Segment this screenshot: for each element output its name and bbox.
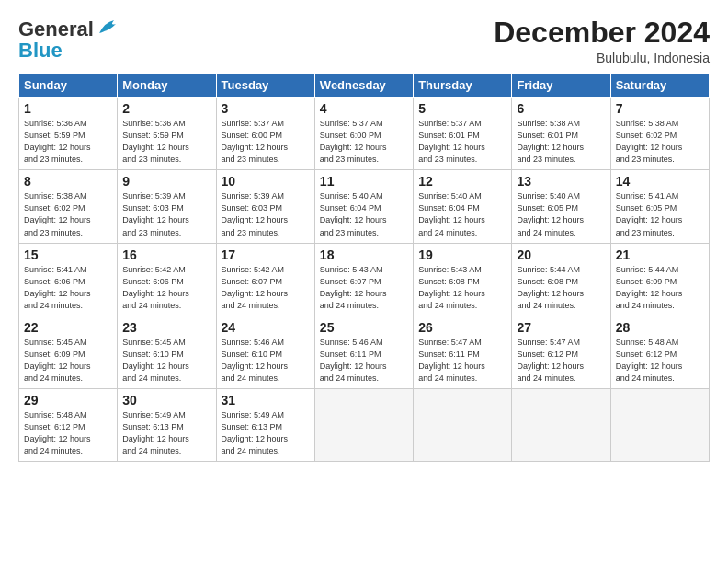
table-row: 6Sunrise: 5:38 AM Sunset: 6:01 PM Daylig… xyxy=(512,98,610,170)
day-number: 21 xyxy=(616,247,704,262)
title-area: December 2024 Bulubulu, Indonesia xyxy=(494,17,710,65)
col-friday: Friday xyxy=(512,74,610,98)
day-number: 26 xyxy=(418,320,506,335)
table-row: 3Sunrise: 5:37 AM Sunset: 6:00 PM Daylig… xyxy=(216,98,314,170)
day-number: 24 xyxy=(222,320,310,335)
day-number: 14 xyxy=(616,174,704,189)
calendar-week-5: 29Sunrise: 5:48 AM Sunset: 6:12 PM Dayli… xyxy=(19,388,710,461)
table-row: 7Sunrise: 5:38 AM Sunset: 6:02 PM Daylig… xyxy=(610,98,709,170)
table-row: 4Sunrise: 5:37 AM Sunset: 6:00 PM Daylig… xyxy=(314,98,413,170)
table-row: 26Sunrise: 5:47 AM Sunset: 6:11 PM Dayli… xyxy=(414,316,512,388)
day-info: Sunrise: 5:48 AM Sunset: 6:12 PM Dayligh… xyxy=(24,409,112,457)
calendar-table: Sunday Monday Tuesday Wednesday Thursday… xyxy=(18,73,710,462)
day-info: Sunrise: 5:46 AM Sunset: 6:10 PM Dayligh… xyxy=(222,337,310,385)
day-number: 9 xyxy=(122,174,210,189)
day-info: Sunrise: 5:42 AM Sunset: 6:07 PM Dayligh… xyxy=(222,264,310,312)
day-info: Sunrise: 5:45 AM Sunset: 6:10 PM Dayligh… xyxy=(122,337,210,385)
logo-bird-icon xyxy=(96,17,121,42)
page: General Blue December 2024 Bulubulu, Ind… xyxy=(0,0,728,563)
day-number: 10 xyxy=(222,174,310,189)
table-row: 9Sunrise: 5:39 AM Sunset: 6:03 PM Daylig… xyxy=(118,170,216,243)
day-number: 23 xyxy=(122,320,210,335)
day-info: Sunrise: 5:48 AM Sunset: 6:12 PM Dayligh… xyxy=(616,337,704,385)
day-number: 20 xyxy=(517,247,605,262)
day-info: Sunrise: 5:37 AM Sunset: 6:00 PM Dayligh… xyxy=(222,118,310,166)
table-row xyxy=(414,388,512,461)
table-row: 25Sunrise: 5:46 AM Sunset: 6:11 PM Dayli… xyxy=(314,316,413,388)
table-row: 14Sunrise: 5:41 AM Sunset: 6:05 PM Dayli… xyxy=(610,170,709,243)
table-row: 24Sunrise: 5:46 AM Sunset: 6:10 PM Dayli… xyxy=(216,316,314,388)
day-number: 15 xyxy=(24,247,112,262)
table-row: 28Sunrise: 5:48 AM Sunset: 6:12 PM Dayli… xyxy=(610,316,709,388)
day-info: Sunrise: 5:41 AM Sunset: 6:06 PM Dayligh… xyxy=(24,264,112,312)
day-info: Sunrise: 5:40 AM Sunset: 6:05 PM Dayligh… xyxy=(517,190,605,238)
table-row: 15Sunrise: 5:41 AM Sunset: 6:06 PM Dayli… xyxy=(19,243,118,316)
day-info: Sunrise: 5:37 AM Sunset: 6:01 PM Dayligh… xyxy=(418,118,506,166)
day-number: 4 xyxy=(320,101,408,116)
day-info: Sunrise: 5:39 AM Sunset: 6:03 PM Dayligh… xyxy=(122,190,210,238)
calendar-week-1: 1Sunrise: 5:36 AM Sunset: 5:59 PM Daylig… xyxy=(19,98,710,170)
table-row: 30Sunrise: 5:49 AM Sunset: 6:13 PM Dayli… xyxy=(118,388,216,461)
day-number: 13 xyxy=(517,174,605,189)
day-number: 8 xyxy=(24,174,112,189)
day-info: Sunrise: 5:39 AM Sunset: 6:03 PM Dayligh… xyxy=(222,190,310,238)
table-row: 1Sunrise: 5:36 AM Sunset: 5:59 PM Daylig… xyxy=(19,98,118,170)
day-info: Sunrise: 5:43 AM Sunset: 6:08 PM Dayligh… xyxy=(418,264,506,312)
day-number: 30 xyxy=(122,393,210,408)
calendar-week-2: 8Sunrise: 5:38 AM Sunset: 6:02 PM Daylig… xyxy=(19,170,710,243)
day-info: Sunrise: 5:38 AM Sunset: 6:02 PM Dayligh… xyxy=(24,190,112,238)
header-row: Sunday Monday Tuesday Wednesday Thursday… xyxy=(19,74,710,98)
header: General Blue December 2024 Bulubulu, Ind… xyxy=(18,17,710,65)
day-info: Sunrise: 5:38 AM Sunset: 6:02 PM Dayligh… xyxy=(616,118,704,166)
table-row: 17Sunrise: 5:42 AM Sunset: 6:07 PM Dayli… xyxy=(216,243,314,316)
table-row xyxy=(314,388,413,461)
day-number: 28 xyxy=(616,320,704,335)
table-row: 27Sunrise: 5:47 AM Sunset: 6:12 PM Dayli… xyxy=(512,316,610,388)
day-info: Sunrise: 5:36 AM Sunset: 5:59 PM Dayligh… xyxy=(24,118,112,166)
col-monday: Monday xyxy=(118,74,216,98)
table-row: 12Sunrise: 5:40 AM Sunset: 6:04 PM Dayli… xyxy=(414,170,512,243)
col-tuesday: Tuesday xyxy=(216,74,314,98)
logo-blue: Blue xyxy=(18,39,63,63)
day-number: 25 xyxy=(320,320,408,335)
table-row: 2Sunrise: 5:36 AM Sunset: 5:59 PM Daylig… xyxy=(118,98,216,170)
table-row: 16Sunrise: 5:42 AM Sunset: 6:06 PM Dayli… xyxy=(118,243,216,316)
table-row: 20Sunrise: 5:44 AM Sunset: 6:08 PM Dayli… xyxy=(512,243,610,316)
col-saturday: Saturday xyxy=(610,74,709,98)
day-info: Sunrise: 5:47 AM Sunset: 6:11 PM Dayligh… xyxy=(418,337,506,385)
table-row: 22Sunrise: 5:45 AM Sunset: 6:09 PM Dayli… xyxy=(19,316,118,388)
table-row xyxy=(610,388,709,461)
day-info: Sunrise: 5:36 AM Sunset: 5:59 PM Dayligh… xyxy=(122,118,210,166)
table-row: 10Sunrise: 5:39 AM Sunset: 6:03 PM Dayli… xyxy=(216,170,314,243)
day-number: 31 xyxy=(222,393,310,408)
day-number: 1 xyxy=(24,101,112,116)
col-sunday: Sunday xyxy=(19,74,118,98)
day-info: Sunrise: 5:40 AM Sunset: 6:04 PM Dayligh… xyxy=(320,190,408,238)
calendar-week-4: 22Sunrise: 5:45 AM Sunset: 6:09 PM Dayli… xyxy=(19,316,710,388)
day-info: Sunrise: 5:43 AM Sunset: 6:07 PM Dayligh… xyxy=(320,264,408,312)
day-number: 17 xyxy=(222,247,310,262)
day-number: 3 xyxy=(222,101,310,116)
day-number: 12 xyxy=(418,174,506,189)
day-number: 2 xyxy=(122,101,210,116)
day-number: 5 xyxy=(418,101,506,116)
table-row: 13Sunrise: 5:40 AM Sunset: 6:05 PM Dayli… xyxy=(512,170,610,243)
day-info: Sunrise: 5:44 AM Sunset: 6:08 PM Dayligh… xyxy=(517,264,605,312)
col-thursday: Thursday xyxy=(414,74,512,98)
table-row: 19Sunrise: 5:43 AM Sunset: 6:08 PM Dayli… xyxy=(414,243,512,316)
col-wednesday: Wednesday xyxy=(314,74,413,98)
day-info: Sunrise: 5:49 AM Sunset: 6:13 PM Dayligh… xyxy=(122,409,210,457)
day-info: Sunrise: 5:46 AM Sunset: 6:11 PM Dayligh… xyxy=(320,337,408,385)
day-info: Sunrise: 5:42 AM Sunset: 6:06 PM Dayligh… xyxy=(122,264,210,312)
logo: General Blue xyxy=(18,17,121,63)
day-number: 27 xyxy=(517,320,605,335)
table-row: 18Sunrise: 5:43 AM Sunset: 6:07 PM Dayli… xyxy=(314,243,413,316)
day-info: Sunrise: 5:45 AM Sunset: 6:09 PM Dayligh… xyxy=(24,337,112,385)
day-info: Sunrise: 5:41 AM Sunset: 6:05 PM Dayligh… xyxy=(616,190,704,238)
table-row: 8Sunrise: 5:38 AM Sunset: 6:02 PM Daylig… xyxy=(19,170,118,243)
day-info: Sunrise: 5:49 AM Sunset: 6:13 PM Dayligh… xyxy=(222,409,310,457)
day-number: 6 xyxy=(517,101,605,116)
table-row: 11Sunrise: 5:40 AM Sunset: 6:04 PM Dayli… xyxy=(314,170,413,243)
day-info: Sunrise: 5:37 AM Sunset: 6:00 PM Dayligh… xyxy=(320,118,408,166)
day-info: Sunrise: 5:47 AM Sunset: 6:12 PM Dayligh… xyxy=(517,337,605,385)
